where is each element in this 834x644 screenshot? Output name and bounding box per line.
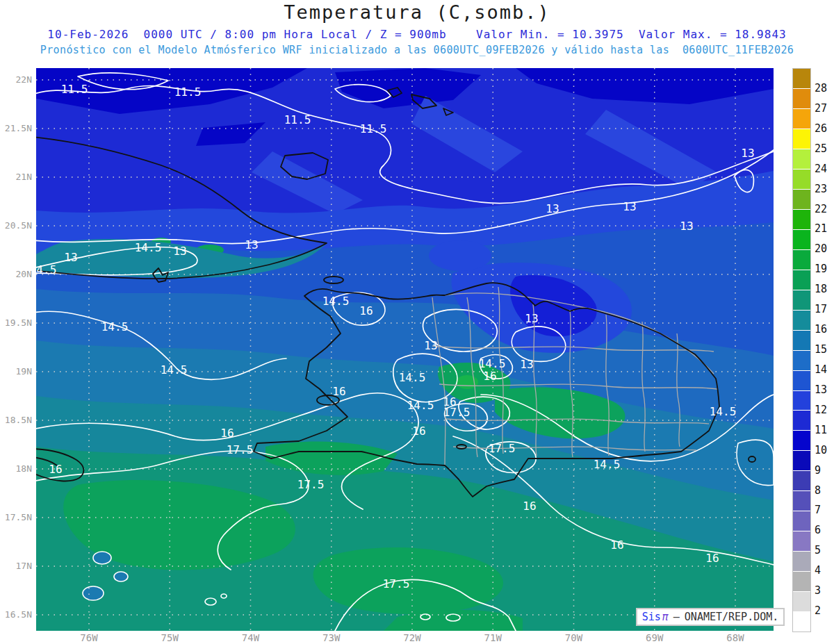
contour-label-13: 13 [525,312,538,325]
sispi-branding-box: Sis π – ONAMET/REP.DOM. [636,608,785,626]
colorbar-tick-label: 10 [815,444,827,456]
branding-separator: – [673,611,680,623]
colorbar-segment [793,129,810,149]
colorbar-segment [793,149,810,170]
contour-label-13: 13 [64,251,77,264]
contour-label-17.5: 17.5 [383,577,410,591]
colorbar-tick-label: 4 [815,564,821,577]
colorbar-segment [793,471,810,491]
colorbar-tick-label: 14 [815,363,827,376]
contour-label-14.5: 14.5 [101,320,129,333]
colorbar-tick-label: 12 [815,404,827,416]
colorbar-segment [793,230,810,250]
contour-label-16: 16 [483,370,496,383]
contour-label-14.5: 14.5 [399,371,426,384]
colorbar-segment [793,371,810,391]
lat-tick-label: 21N [0,172,32,182]
lat-tick-label: 20.5N [0,220,32,231]
contour-label-16: 16 [705,552,719,565]
colorbar-segment [793,431,810,451]
contour-label-14.5: 14.5 [322,295,350,308]
lon-tick-label: 75W [149,632,190,643]
contour-label-16: 16 [49,463,62,476]
sispi-logo-text: Sis [642,611,661,623]
colorbar-segment [793,170,810,190]
colorbar-tick-label: 6 [815,524,821,536]
lat-tick-label: 17N [0,561,32,571]
contour-label-11.5: 11.5 [61,83,88,96]
contour-label-16: 16 [610,538,623,552]
lon-tick-label: 68W [714,632,756,643]
colorbar-tick-label: 20 [815,242,827,255]
contour-label-16: 16 [220,427,234,440]
lat-tick-label: 18.5N [0,415,32,425]
contour-label-16: 16 [359,304,373,317]
lon-tick-label: 76W [68,632,110,643]
colorbar-tick-label: 7 [815,504,821,516]
contour-label-16: 16 [523,499,536,513]
lat-tick-label: 16.5N [0,609,32,620]
contour-label-13: 13 [680,220,693,233]
colorbar-segment [793,331,810,351]
contour-label-17.5: 17.5 [297,478,325,491]
colorbar-segment [793,270,810,290]
contour-label-17.5: 17.5 [443,406,471,419]
colorbar-tick-label: 21 [815,222,827,235]
forecast-map: 11.511.511.511.51313131313131313131314.5… [36,68,774,631]
colorbar-segment [793,552,810,572]
lat-tick-label: 17.5N [0,512,32,522]
colorbar-tick-label: 8 [815,484,821,497]
contour-label-13: 13 [741,147,754,160]
contour-label-14.5: 14.5 [710,405,737,418]
lon-tick-label: 72W [391,632,433,643]
colorbar-segment [793,391,810,411]
colorbar-tick-label: 22 [815,203,827,215]
forecast-valid-time-line: 10-Feb-2026 0000 UTC / 8:00 pm Hora Loca… [0,28,834,41]
lat-tick-label: 19.5N [0,317,32,328]
contour-label-13: 13 [173,245,186,258]
lon-tick-label: 70W [553,632,595,643]
lat-tick-label: 20N [0,269,32,279]
colorbar-segment [793,411,810,431]
colorbar-tick-label: 18 [815,283,827,295]
lat-tick-label: 22N [0,74,32,85]
lon-tick-label: 69W [634,632,676,643]
colorbar-segment [793,592,810,612]
contour-label-11.5: 11.5 [284,113,311,126]
contour-label-14.5: 14.5 [407,399,434,412]
colorbar-segment [793,311,810,331]
lat-tick-label: 19N [0,366,32,377]
lat-tick-label: 21.5N [0,123,32,133]
lon-tick-label: 71W [472,632,514,643]
contour-label-14.5: 14.5 [479,357,506,370]
colorbar-tick-label: 16 [815,323,827,336]
colorbar-tick-label: 24 [815,163,827,175]
contour-label-17.5: 17.5 [489,442,516,455]
colorbar-segment [793,290,810,311]
colorbar-segment [793,89,810,109]
contour-label-14.5: 14.5 [135,241,162,254]
colorbar-segment [793,511,810,531]
lat-tick-label: 18N [0,463,32,474]
colorbar-segment [793,250,810,270]
colorbar-tick-label: 27 [815,102,827,115]
colorbar-segment [793,612,810,631]
contour-label-17.5: 17.5 [227,443,254,456]
agency-name: ONAMET/REP.DOM. [685,611,778,623]
contour-label-11.5: 11.5 [174,85,202,99]
colorbar-segment [793,491,810,511]
colorbar-tick-label: 11 [815,424,827,436]
contour-label-13: 13 [546,202,559,215]
colorbar-tick-label: 17 [815,303,827,315]
contour-label-13: 13 [424,339,437,352]
colorbar-tick-label: 3 [815,584,821,597]
contour-label-14.5: 14.5 [161,363,188,377]
sispi-pi-symbol: π [662,611,669,623]
colorbar-tick-label: 23 [815,183,827,195]
colorbar-segment [793,210,810,230]
model-init-line: Pronóstico con el Modelo Atmósferico WRF… [0,44,834,56]
colorbar-segment [793,451,810,471]
weather-forecast-screen: Temperatura (C,somb.) 10-Feb-2026 0000 U… [0,0,834,644]
contour-label-14.5: 14.5 [36,263,56,276]
colorbar-tick-label: 5 [815,544,821,556]
